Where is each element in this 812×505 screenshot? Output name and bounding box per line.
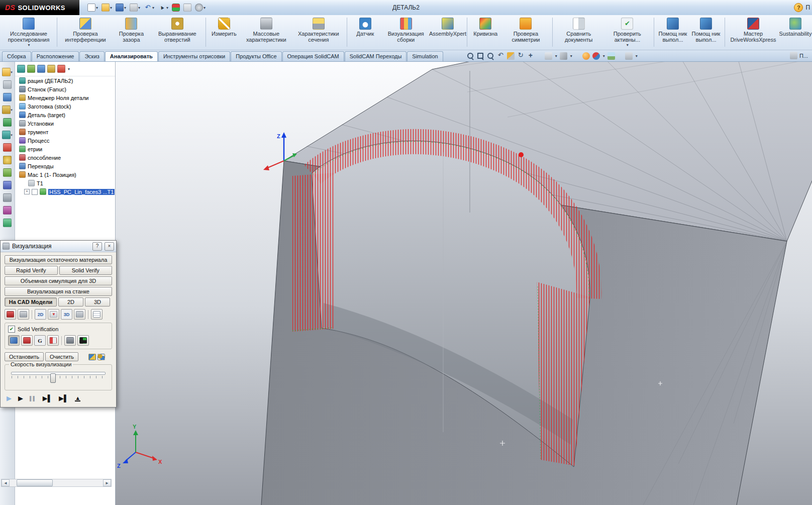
tree-item-hss-operation[interactable]: + HSS_PC_Lin_faces3 ...T1 xyxy=(15,187,115,196)
ribbon-button-curvature[interactable]: Кривизна xyxy=(470,17,501,38)
volume-simulation-button[interactable]: Объемная симуляция для 3D xyxy=(5,276,112,285)
view-settings-icon[interactable] xyxy=(625,52,633,60)
ribbon-button-driveworksxpress[interactable]: Мастер DriveWorksXpress xyxy=(728,17,779,44)
strip-attachments-button[interactable] xyxy=(3,80,12,89)
tab-solidcam-operation[interactable]: Операция SolidCAM xyxy=(282,51,344,61)
strip-process-button[interactable] xyxy=(3,118,12,127)
single-view-button[interactable] xyxy=(64,335,76,346)
strip-machine-button[interactable]: ▾ xyxy=(2,131,13,139)
dialog-close-button[interactable]: × xyxy=(105,242,114,251)
data-table-button[interactable] xyxy=(91,309,103,320)
dialog-title-bar[interactable]: Визуализация ? × xyxy=(1,241,116,252)
scroll-right-arrow[interactable]: ► xyxy=(103,479,111,486)
tab-assembly[interactable]: Сборка xyxy=(2,51,31,61)
strip-stock-button[interactable] xyxy=(3,168,12,177)
ribbon-button-measure[interactable]: Измерить xyxy=(209,17,240,38)
stock-gray-button[interactable] xyxy=(18,309,29,320)
mode-tab-cad-model[interactable]: На CAD Модели xyxy=(5,297,57,307)
ribbon-button-symmetry-check[interactable]: Проверка симметрии xyxy=(502,17,550,44)
realview-icon[interactable] xyxy=(582,52,590,60)
dropdown-arrow-icon[interactable]: ▾ xyxy=(636,54,638,58)
show-2d-button[interactable]: 2D xyxy=(35,309,46,320)
task-pane-collapsed-tab[interactable]: П... xyxy=(790,52,812,61)
tree-horizontal-scrollbar[interactable]: ◄ ► xyxy=(1,479,112,487)
color-swatch-icon[interactable] xyxy=(88,354,96,360)
ribbon-button-hole-alignment[interactable]: Выравнивание отверстий xyxy=(152,17,203,44)
tree-item-fixture[interactable]: способление xyxy=(15,153,115,162)
eject-icon[interactable]: ▲ xyxy=(75,396,80,401)
pause-icon[interactable]: ▌▌ xyxy=(30,395,36,402)
previous-view-icon[interactable] xyxy=(497,52,504,60)
machine-simulation-button[interactable]: Визуализация на станке xyxy=(5,287,112,296)
view-orientation-icon[interactable] xyxy=(545,52,552,60)
tab-render-tools[interactable]: Инструменты отрисовки xyxy=(158,51,230,61)
gouge-check-button[interactable]: G xyxy=(34,335,46,346)
solid-verification-checkbox[interactable] xyxy=(8,326,15,333)
dropdown-arrow-icon[interactable]: ▾ xyxy=(152,6,154,10)
dropdown-arrow-icon[interactable]: ▾ xyxy=(68,67,70,71)
options-button[interactable]: ▾ xyxy=(194,2,207,13)
new-document-button[interactable]: ▾ xyxy=(86,2,99,13)
quad-view-button[interactable] xyxy=(77,335,89,346)
tree-item-transitions[interactable]: Переходы xyxy=(15,162,115,170)
ribbon-button-design-study[interactable]: Исследование проектирования ▾ xyxy=(3,17,54,48)
verify-target-button[interactable] xyxy=(8,335,20,346)
print-button[interactable]: ▾ xyxy=(129,2,141,13)
graphics-viewport[interactable]: Z Y X Z xyxy=(116,62,812,505)
tree-item-t1[interactable]: T1 xyxy=(15,179,115,187)
strip-tools-button[interactable] xyxy=(3,143,12,152)
play-to-end-icon[interactable]: ▶▌ xyxy=(43,395,52,402)
scrollbar-thumb[interactable] xyxy=(17,479,53,486)
ribbon-button-interference-check[interactable]: Проверка интерференции xyxy=(60,17,111,44)
play-from-start-icon[interactable]: ▶ xyxy=(7,395,12,402)
rapid-verify-button[interactable]: Rapid Verify xyxy=(5,266,58,275)
compare-stock-button[interactable] xyxy=(47,335,59,346)
dropdown-arrow-icon[interactable]: ▾ xyxy=(555,54,557,58)
tab-sketch[interactable]: Эскиз xyxy=(79,51,104,61)
ribbon-button-sustainability[interactable]: Sustainability xyxy=(780,17,811,38)
stop-button[interactable]: Остановить xyxy=(5,352,44,361)
ribbon-button-sensor[interactable]: Датчик xyxy=(350,17,381,38)
help-icon[interactable]: ? xyxy=(794,3,803,12)
file-properties-button[interactable] xyxy=(182,2,192,13)
section-view-icon[interactable] xyxy=(507,52,515,60)
dimxpert-tab-icon[interactable] xyxy=(47,65,55,73)
strip-open-folder-button[interactable]: ▾ xyxy=(2,68,13,76)
tab-office-products[interactable]: Продукты Office xyxy=(231,51,281,61)
ribbon-button-assemblyxpert[interactable]: AssemblyXpert xyxy=(431,17,464,38)
operation-checkbox[interactable] xyxy=(32,189,38,195)
tree-item-machine[interactable]: Станок (Fanuc) xyxy=(15,85,115,93)
dropdown-arrow-icon[interactable]: ▾ xyxy=(110,6,112,10)
ribbon-button-check-active[interactable]: Проверить активны... ▾ xyxy=(603,17,651,48)
tab-evaluate[interactable]: Анализировать xyxy=(105,51,158,61)
strip-utilities-button[interactable] xyxy=(3,193,12,202)
print-button-small[interactable] xyxy=(74,309,85,320)
open-button[interactable]: ▾ xyxy=(100,2,113,13)
rotate-view-icon[interactable] xyxy=(517,52,525,60)
tree-item-target[interactable]: Деталь (target) xyxy=(15,111,115,119)
tab-solidcam-transitions[interactable]: SolidCAM Переходы xyxy=(345,51,407,61)
ribbon-button-task-helper-2[interactable]: Помощ ник выпол... xyxy=(690,17,722,44)
tree-item-operation[interactable]: рация (ДЕТАЛЬ2) xyxy=(15,76,115,85)
tree-item-geometry[interactable]: етрии xyxy=(15,145,115,153)
configurationmanager-tab-icon[interactable] xyxy=(37,65,45,73)
dropdown-arrow-icon[interactable]: ▾ xyxy=(124,6,126,10)
tab-layout[interactable]: Расположение xyxy=(32,51,79,61)
step-forward-icon[interactable]: ▶▌ xyxy=(59,395,68,402)
ribbon-button-task-helper-1[interactable]: Помощ ник выпол... xyxy=(657,17,689,44)
strip-settings-button[interactable] xyxy=(3,156,12,164)
pan-icon[interactable] xyxy=(527,52,535,60)
dialog-help-button[interactable]: ? xyxy=(92,242,102,251)
ribbon-button-assembly-visualization[interactable]: Визуализация сборки xyxy=(382,17,430,44)
ribbon-button-mass-properties[interactable]: Массовые характеристики xyxy=(241,17,292,44)
clear-button[interactable]: Очистить xyxy=(45,352,78,361)
tree-item-position[interactable]: Мас 1 (1- Позиция) xyxy=(15,170,115,179)
speed-slider[interactable] xyxy=(8,372,109,387)
stock-red-button[interactable] xyxy=(5,309,16,320)
strip-design-binder-button[interactable] xyxy=(3,93,12,102)
undo-button[interactable]: ▾ xyxy=(143,2,155,13)
tree-item-process[interactable]: Процесс xyxy=(15,136,115,145)
play-icon[interactable]: ▶ xyxy=(18,395,23,402)
expand-toggle[interactable]: + xyxy=(24,189,30,194)
scrollbar-track[interactable] xyxy=(10,479,103,486)
